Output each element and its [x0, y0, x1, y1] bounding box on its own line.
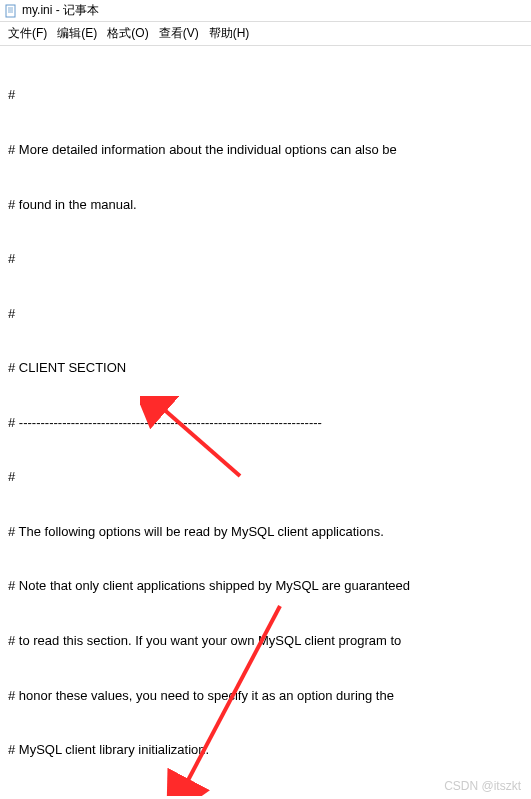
menu-file[interactable]: 文件(F) — [4, 24, 51, 43]
editor-line: # CLIENT SECTION — [8, 359, 523, 377]
editor-line: # honor these values, you need to specif… — [8, 687, 523, 705]
editor-line: # Note that only client applications shi… — [8, 577, 523, 595]
editor-line: # — [8, 250, 523, 268]
editor-line: # The following options will be read by … — [8, 523, 523, 541]
editor-line: # — [8, 86, 523, 104]
text-editor[interactable]: # # More detailed information about the … — [0, 46, 531, 799]
editor-line: # More detailed information about the in… — [8, 141, 523, 159]
editor-line: # found in the manual. — [8, 196, 523, 214]
editor-line: # — [8, 305, 523, 323]
menu-help[interactable]: 帮助(H) — [205, 24, 254, 43]
menu-edit[interactable]: 编辑(E) — [53, 24, 101, 43]
editor-line: # — [8, 468, 523, 486]
titlebar: my.ini - 记事本 — [0, 0, 531, 22]
editor-line: # to read this section. If you want your… — [8, 632, 523, 650]
window-title: my.ini - 记事本 — [22, 2, 99, 19]
svg-rect-0 — [6, 5, 15, 17]
editor-line: # MySQL client library initialization. — [8, 741, 523, 759]
menubar: 文件(F) 编辑(E) 格式(O) 查看(V) 帮助(H) — [0, 22, 531, 46]
menu-view[interactable]: 查看(V) — [155, 24, 203, 43]
notepad-icon — [4, 4, 18, 18]
editor-line: # --------------------------------------… — [8, 414, 523, 432]
menu-format[interactable]: 格式(O) — [103, 24, 152, 43]
watermark: CSDN @itszkt — [444, 779, 521, 793]
